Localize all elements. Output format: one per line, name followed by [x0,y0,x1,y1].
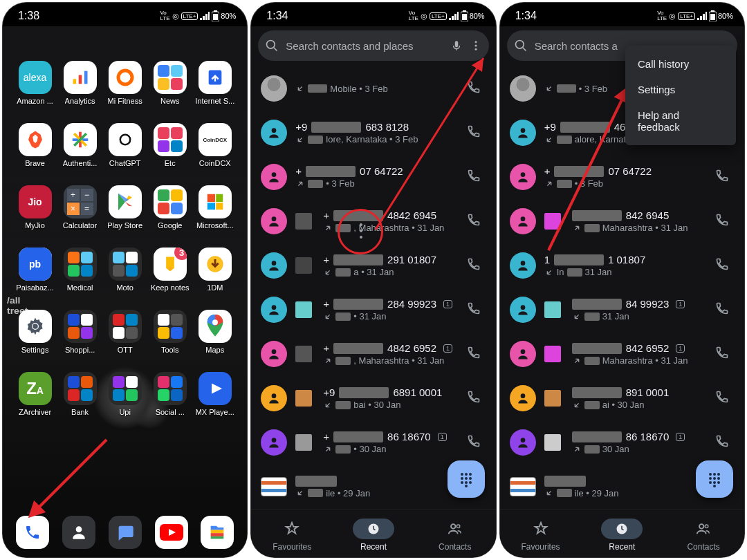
home-screen[interactable]: /all treet alexaAmazon ...AnalyticsMi Fi… [3,26,247,557]
call-row[interactable]: xx84 999231 x31 Jan [500,288,744,332]
call-button[interactable] [461,340,486,368]
nav-recent[interactable]: Recent [581,510,663,557]
menu-settings[interactable]: Settings [625,77,736,102]
svg-rect-5 [84,71,87,84]
app-myjio[interactable]: JioMyJio [14,185,57,230]
call-button[interactable] [710,163,735,191]
app-settings[interactable]: Settings [14,310,57,354]
app-social-[interactable]: Social ... [149,372,192,416]
call-button[interactable] [461,252,486,279]
app-1dm[interactable]: 1DM [194,248,237,292]
call-button[interactable] [710,207,735,235]
call-row[interactable]: +xx4842 69521 x, Maharashtra • 31 Jan [251,332,495,376]
app-brave[interactable]: Brave [14,123,57,167]
app-keep-notes[interactable]: 3Keep notes [149,248,192,292]
app-paisabaz-[interactable]: pbPaisabaz... [14,248,57,292]
call-row[interactable]: +xx4842 6945 x, Maharashtra • 31 Jan [251,199,495,243]
dock-messages[interactable] [109,516,142,549]
call-button[interactable] [710,384,735,412]
overflow-icon[interactable] [470,39,482,52]
call-row[interactable]: +xx86 186701 x• 30 Jan [251,420,495,465]
nav-contacts[interactable]: Contacts [663,510,744,557]
app-shoppi-[interactable]: Shoppi... [59,310,102,354]
app-analytics[interactable]: Analytics [59,61,102,105]
call-button[interactable] [461,163,486,191]
call-button[interactable] [710,429,735,456]
call-button[interactable] [461,296,486,324]
app-medical[interactable]: Medical [59,248,102,292]
search-bar[interactable]: Search contacts and places [258,30,488,61]
call-button[interactable] [710,252,735,279]
svg-point-80 [713,481,716,484]
call-list[interactable]: xMobile • 3 Feb +9xx683 8128 xlore, Karn… [251,66,495,509]
menu-call-history[interactable]: Call history [625,51,736,77]
call-button[interactable] [461,207,486,235]
mic-icon[interactable] [450,39,463,52]
menu-help[interactable]: Help and feedback [625,102,736,140]
call-row[interactable]: xx891 0001 xai • 30 Jan [500,376,744,420]
call-button[interactable] [461,429,486,456]
dialpad-fab[interactable] [448,460,485,498]
app-microsoft-[interactable]: Microsoft... [194,185,237,230]
app-tools[interactable]: Tools [149,310,192,354]
app-play-store[interactable]: Play Store [104,185,147,230]
call-row[interactable]: +xx291 01807 xa • 31 Jan [251,243,495,288]
svg-point-69 [520,438,525,442]
call-row[interactable]: xx86 186701 x30 Jan [500,420,744,465]
app-authenti-[interactable]: Authenti... [59,123,102,167]
app-maps[interactable]: Maps [194,310,237,354]
svg-point-31 [474,48,477,50]
call-row[interactable]: +9xx683 8128 xlore, Karnataka • 3 Feb [251,111,495,155]
app-moto[interactable]: Moto [104,248,147,292]
status-time: 1:34 [515,10,537,22]
svg-point-45 [469,473,472,476]
call-button[interactable] [710,296,735,324]
call-button[interactable] [710,340,735,368]
call-button[interactable] [461,119,486,147]
dock-contacts[interactable] [62,516,95,549]
nav-contacts[interactable]: Contacts [414,510,496,557]
app-calculator[interactable]: +−×=Calculator [59,185,102,230]
app-google[interactable]: Google [149,185,192,230]
dialpad-fab[interactable] [696,460,733,498]
svg-point-36 [272,305,277,310]
call-row[interactable]: +xx07 64722 x• 3 Feb [251,155,495,199]
app-ott[interactable]: OTT [104,310,147,354]
call-row[interactable]: xx842 69521 xMaharashtra • 31 Jan [500,332,744,376]
dock-youtube[interactable] [155,516,188,549]
call-row[interactable]: +9xx6891 0001 xbai • 30 Jan [251,376,495,420]
app-internet-s-[interactable]: Internet S... [194,61,237,105]
call-row[interactable]: +xx284 999231 x• 31 Jan [251,288,495,332]
nav-favourites[interactable]: Favourites [500,510,582,557]
nav-recent[interactable]: Recent [333,510,414,557]
call-title: xx842 6945 [572,209,701,221]
call-row[interactable]: +xx07 64722 x• 3 Feb [500,155,744,199]
call-button[interactable] [461,384,486,412]
call-row[interactable]: xx842 6945 xMaharashtra • 31 Jan [500,199,744,243]
status-bar: 1:34 VoLTE ◎ LTE+ 80% [251,3,495,26]
svg-point-35 [272,261,277,265]
dock-files[interactable] [201,516,234,549]
nav-favourites[interactable]: Favourites [251,510,333,557]
app-news[interactable]: News [149,61,192,105]
call-row[interactable]: xMobile • 3 Feb [251,66,495,111]
call-subtitle: x• 30 Jan [323,444,452,454]
screen-phone-menu: 1:34 VoLTE ◎ LTE+ 80% Search contacts a … [500,3,744,557]
app-mx-playe-[interactable]: MX Playe... [194,372,237,416]
app-amazon-[interactable]: alexaAmazon ... [14,61,57,105]
app-bank[interactable]: Bank [59,372,102,416]
app-etc[interactable]: Etc [149,123,192,167]
call-button[interactable] [461,75,486,102]
app-zarchiver[interactable]: ZAZArchiver [14,372,57,416]
call-title: xx86 186701 [572,431,701,442]
call-row[interactable]: 1xx1 01807 Inx31 Jan [500,243,744,288]
avatar [261,477,287,496]
dock-phone[interactable] [16,516,49,549]
svg-point-68 [520,393,525,398]
svg-point-73 [709,473,712,476]
app-coindcx[interactable]: CoinDCXCoinDCX [194,123,237,167]
svg-point-46 [461,477,463,480]
app-mi-fitness[interactable]: Mi Fitness [104,61,147,105]
app-upi[interactable]: Upi [104,372,147,416]
app-chatgpt[interactable]: ChatGPT [104,123,147,167]
